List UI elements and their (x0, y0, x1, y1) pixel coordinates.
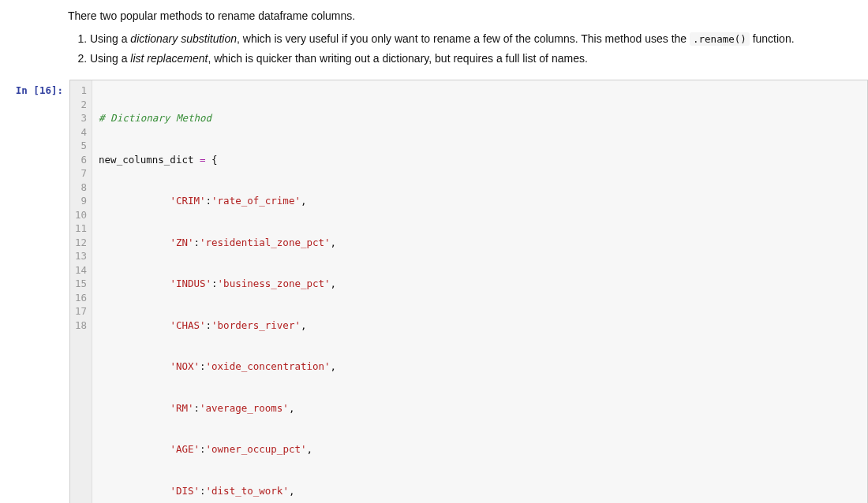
line-number: 16 (75, 291, 87, 305)
line-number: 15 (75, 277, 87, 291)
code-content[interactable]: # Dictionary Method new_columns_dict = {… (92, 80, 867, 503)
line-number: 12 (75, 236, 87, 250)
line-number: 4 (75, 125, 87, 140)
methods-list: Using a dictionary substitution, which i… (68, 31, 841, 67)
line-number: 9 (75, 194, 87, 208)
line-number: 7 (75, 166, 87, 181)
line-number: 2 (75, 98, 87, 112)
em-dict-sub: dictionary substitution (130, 32, 237, 45)
line-number: 5 (75, 139, 87, 153)
code-comment: # Dictionary Method (99, 112, 211, 124)
line-number: 8 (75, 181, 87, 195)
markdown-cell: There two popular methods to rename data… (68, 8, 841, 67)
intro-paragraph: There two popular methods to rename data… (68, 8, 841, 24)
line-number: 1 (75, 84, 87, 98)
line-gutter: 123456789101112131415161718 (70, 80, 92, 503)
method-item-2: Using a list replacement, which is quick… (90, 50, 841, 67)
line-number: 14 (75, 263, 87, 278)
code-input-area[interactable]: 123456789101112131415161718 # Dictionary… (69, 80, 868, 503)
line-number: 6 (75, 153, 87, 167)
line-number: 18 (75, 319, 87, 333)
line-number: 10 (75, 208, 87, 222)
line-number: 13 (75, 249, 87, 263)
line-number: 11 (75, 222, 87, 236)
line-number: 17 (75, 304, 87, 319)
method-item-1: Using a dictionary substitution, which i… (90, 31, 841, 47)
line-number: 3 (75, 111, 87, 125)
em-list-repl: list replacement (130, 52, 208, 65)
input-prompt: In [16]: (0, 80, 69, 96)
code-cell-row: In [16]: 123456789101112131415161718 # D… (0, 80, 868, 503)
inline-code-rename: .rename() (690, 32, 750, 46)
